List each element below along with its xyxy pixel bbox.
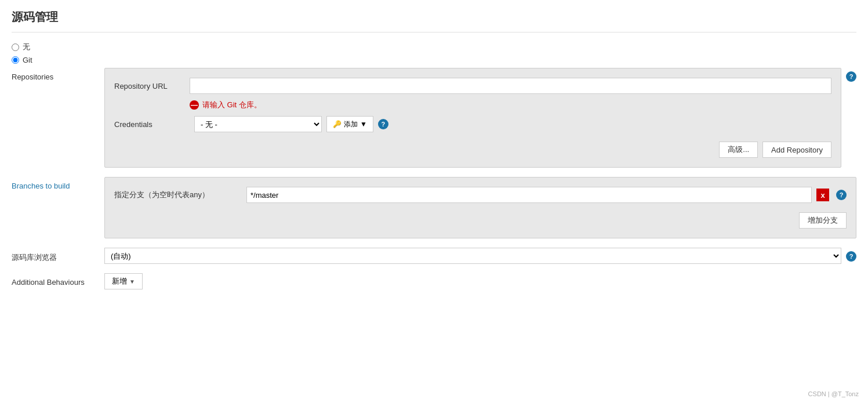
add-branch-button[interactable]: 增加分支 [799, 212, 847, 229]
radio-git-input[interactable] [12, 56, 19, 64]
repo-url-label: Repository URL [114, 82, 190, 90]
branches-content: 指定分支（为空时代表any） x ? 增加分支 [104, 177, 856, 238]
credentials-help-icon[interactable]: ? [378, 119, 388, 129]
branch-item-row: 指定分支（为空时代表any） x ? [114, 187, 847, 203]
branches-label: Branches to build [12, 177, 104, 190]
radio-none-input[interactable] [12, 44, 19, 51]
branch-help-icon[interactable]: ? [836, 190, 847, 200]
delete-branch-button[interactable]: x [816, 189, 829, 201]
repo-url-error: — 请输入 Git 仓库。 [190, 100, 831, 110]
add-dropdown-arrow: ▼ [360, 120, 367, 128]
repo-url-row: Repository URL [114, 78, 831, 94]
source-browser-select[interactable]: (自动) [104, 248, 841, 264]
radio-git-label: Git [23, 56, 32, 64]
page-title: 源码管理 [12, 9, 856, 32]
credentials-select[interactable]: - 无 - [194, 116, 322, 132]
advanced-button[interactable]: 高级... [719, 142, 758, 158]
credentials-row: Credentials - 无 - 🔑 添加 ▼ ? [114, 116, 831, 132]
source-browser-label: 源码库浏览器 [12, 248, 104, 263]
source-browser-content: (自动) [104, 248, 841, 264]
repositories-content: Repository URL — 请输入 Git 仓库。 Credentials… [104, 68, 841, 168]
source-browser-help-icon[interactable]: ? [846, 251, 856, 262]
key-icon: 🔑 [333, 120, 342, 128]
branches-row: Branches to build 指定分支（为空时代表any） x ? 增加分… [12, 177, 856, 238]
radio-none-label: 无 [23, 42, 30, 52]
credentials-label: Credentials [114, 120, 190, 129]
repo-url-input[interactable] [190, 78, 831, 94]
error-message: 请输入 Git 仓库。 [202, 100, 262, 110]
additional-behaviours-label: Additional Behaviours [12, 273, 104, 287]
repositories-row: Repositories Repository URL — 请输入 Git 仓库… [12, 68, 856, 168]
branch-item-label: 指定分支（为空时代表any） [114, 190, 242, 200]
branch-input[interactable] [246, 187, 812, 203]
new-behaviour-dropdown-arrow: ▼ [129, 278, 135, 285]
source-browser-row: 源码库浏览器 (自动) ? [12, 248, 856, 264]
radio-none[interactable]: 无 [12, 42, 856, 52]
radio-git[interactable]: Git [12, 56, 856, 64]
repositories-label: Repositories [12, 68, 104, 81]
source-radio-group: 无 Git [12, 42, 856, 64]
repo-buttons: 高级... Add Repository [114, 142, 831, 158]
error-icon: — [190, 100, 199, 110]
add-credentials-button[interactable]: 🔑 添加 ▼ [326, 116, 373, 132]
footer-watermark: CSDN | @T_Tonz [808, 390, 859, 397]
additional-behaviours-row: Additional Behaviours 新增 ▼ [12, 273, 856, 289]
new-behaviour-button[interactable]: 新增 ▼ [104, 273, 143, 289]
additional-behaviours-content: 新增 ▼ [104, 273, 143, 289]
branch-buttons: 增加分支 [114, 212, 847, 229]
add-repository-button[interactable]: Add Repository [762, 142, 831, 158]
repositories-help-icon[interactable]: ? [846, 71, 856, 82]
page-container: 源码管理 无 Git Repositories Repository URL —… [0, 0, 868, 402]
